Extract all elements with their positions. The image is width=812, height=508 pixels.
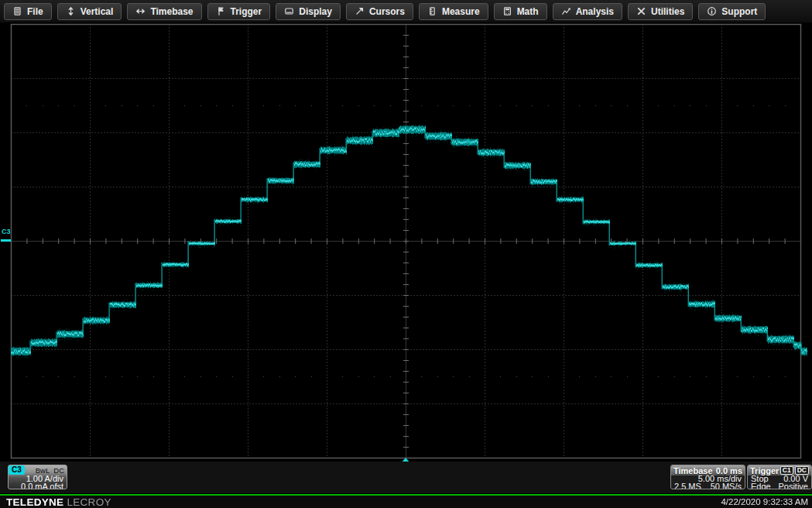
channel-descriptor-c3[interactable]: C3 BwLDC 1.00 A/div 0.0 mA ofst bbox=[8, 465, 67, 489]
math-icon bbox=[502, 6, 512, 16]
brand-logo: TELEDYNELECROY bbox=[6, 496, 111, 508]
menu-label: Analysis bbox=[576, 6, 614, 17]
waveform-canvas bbox=[0, 0, 812, 465]
menu-button-utilities[interactable]: Utilities bbox=[628, 3, 693, 20]
menu-label: Support bbox=[721, 6, 757, 17]
datetime-stamp: 4/22/2020 9:32:33 AM bbox=[721, 497, 808, 506]
menu-label: Display bbox=[299, 6, 332, 17]
menu-label: Timebase bbox=[150, 6, 193, 17]
channel-trace-label: C3 bbox=[2, 228, 11, 235]
menu-label: Vertical bbox=[81, 6, 114, 17]
menu-button-math[interactable]: Math bbox=[494, 3, 547, 20]
status-bar: C3 BwLDC 1.00 A/div 0.0 mA ofst Timebase… bbox=[0, 462, 812, 493]
trigger-slope: Positive bbox=[778, 483, 808, 490]
timebase-descriptor[interactable]: Timebase 0.0 ms 5.00 ms/div 2.5 MS50 MS/… bbox=[670, 465, 745, 489]
trigger-icon bbox=[216, 6, 226, 16]
display-icon bbox=[284, 6, 294, 16]
menu-button-timebase[interactable]: Timebase bbox=[127, 3, 201, 20]
menu-button-vertical[interactable]: Vertical bbox=[57, 3, 122, 20]
timebase-samples: 2.5 MS bbox=[674, 483, 701, 490]
channel-offset-marker[interactable] bbox=[1, 239, 11, 242]
timebase-icon bbox=[135, 6, 146, 16]
menu-label: Trigger bbox=[231, 6, 262, 17]
menu-label: Math bbox=[517, 6, 539, 17]
menu-button-cursors[interactable]: Cursors bbox=[346, 3, 413, 20]
cursors-icon bbox=[355, 6, 365, 16]
trigger-descriptor[interactable]: Trigger C1 DC Stop0.00 V EdgePositive bbox=[747, 465, 812, 489]
timebase-rate: 50 MS/s bbox=[711, 483, 742, 490]
menu-bar: File Vertical Timebase Trigger Display C… bbox=[0, 0, 812, 22]
menu-button-analysis[interactable]: Analysis bbox=[553, 3, 622, 20]
measure-icon bbox=[427, 6, 437, 16]
menu-button-display[interactable]: Display bbox=[276, 3, 341, 20]
utilities-icon bbox=[636, 6, 646, 16]
analysis-icon bbox=[561, 6, 571, 16]
menu-button-support[interactable]: Support bbox=[698, 3, 766, 20]
menu-button-trigger[interactable]: Trigger bbox=[207, 3, 271, 20]
channel-offset: 0.0 mA ofst bbox=[9, 482, 67, 489]
menu-label: Cursors bbox=[369, 6, 405, 17]
trigger-type: Edge bbox=[751, 483, 771, 490]
support-icon bbox=[707, 6, 717, 16]
menu-label: Measure bbox=[442, 6, 480, 17]
footer-bar: TELEDYNELECROY 4/22/2020 9:32:33 AM bbox=[0, 496, 812, 508]
menu-label: File bbox=[27, 6, 43, 17]
menu-label: Utilities bbox=[651, 6, 684, 17]
channel-badge: C3 bbox=[9, 465, 25, 475]
menu-button-file[interactable]: File bbox=[4, 3, 52, 20]
vertical-icon bbox=[66, 6, 76, 16]
menu-button-measure[interactable]: Measure bbox=[419, 3, 488, 20]
file-icon bbox=[12, 6, 22, 16]
